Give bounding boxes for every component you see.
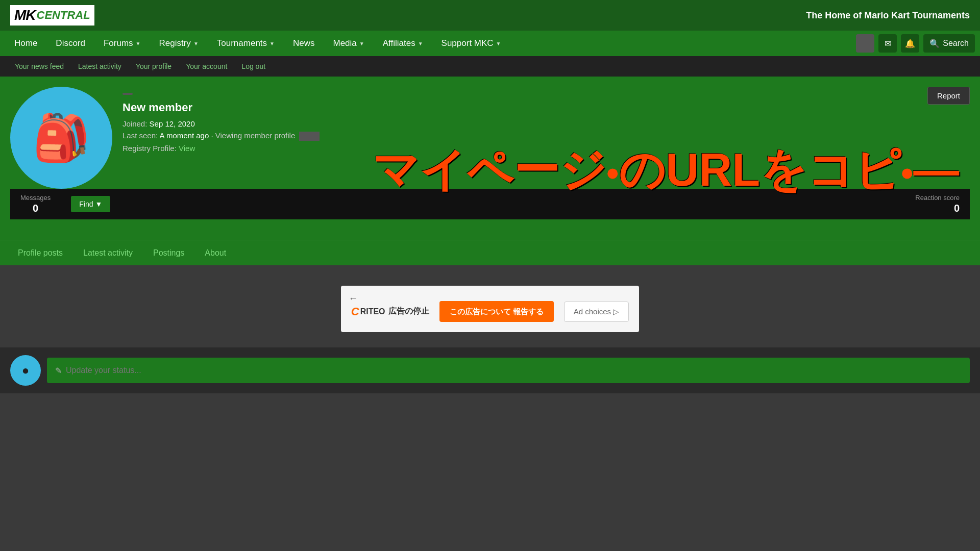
nav-messages-icon[interactable]: ✉ (878, 34, 897, 53)
ad-back-arrow[interactable]: ← (349, 293, 358, 304)
ad-section: ← C RITEO 広告の停止 この広告について 報告する Ad choices… (341, 286, 640, 332)
subnav-profile[interactable]: Your profile (129, 56, 179, 77)
nav-news[interactable]: News (284, 31, 324, 56)
search-label: Search (943, 39, 969, 48)
site-tagline: The Home of Mario Kart Tournaments (806, 10, 970, 21)
nav-media[interactable]: Media ▼ (324, 31, 373, 56)
profile-section: Report 🎒 New member Joined: Sep 12, 2020… (0, 77, 980, 240)
tab-profile-posts[interactable]: Profile posts (8, 240, 73, 266)
profile-stats-bar: Messages 0 Find ▼ Reaction score 0 (10, 189, 970, 219)
criteo-c: C (351, 305, 359, 318)
criteo-stop-text: 広告の停止 (388, 306, 429, 317)
messages-value: 0 (20, 203, 51, 214)
media-chevron: ▼ (359, 41, 364, 46)
ad-choices-button[interactable]: Ad choices ▷ (564, 302, 629, 322)
top-nav-bar: MK CENTRAL The Home of Mario Kart Tourna… (0, 0, 980, 31)
logo-central: CENTRAL (37, 9, 90, 22)
subnav-logout[interactable]: Log out (234, 56, 273, 77)
avatar-icon: 🎒 (33, 111, 90, 165)
profile-top: 🎒 New member Joined: Sep 12, 2020 Last s… (10, 87, 970, 189)
profile-registry: Registry Profile: View (122, 144, 970, 153)
reaction-label: Reaction score (915, 194, 960, 202)
nav-registry[interactable]: Registry ▼ (150, 31, 208, 56)
nav-tournaments[interactable]: Tournaments ▼ (208, 31, 284, 56)
status-input-wrapper[interactable]: ✎ (47, 358, 970, 383)
find-button[interactable]: Find ▼ (71, 196, 110, 212)
messages-label: Messages (20, 194, 51, 202)
profile-avatar: 🎒 (10, 87, 112, 189)
joined-label: Joined: (122, 119, 147, 128)
reaction-stat: Reaction score 0 (915, 194, 960, 214)
viewing-text: · Viewing member profile (211, 131, 295, 140)
report-button[interactable]: Report (927, 87, 970, 105)
ad-wrapper: ← C RITEO 広告の停止 この広告について 報告する Ad choices… (0, 265, 980, 347)
registry-view-link[interactable]: View (179, 144, 195, 153)
subnav-latest-activity[interactable]: Latest activity (71, 56, 129, 77)
status-avatar-icon: ● (22, 363, 30, 378)
forums-chevron: ▼ (136, 41, 141, 46)
affiliates-chevron: ▼ (418, 41, 423, 46)
nav-home[interactable]: Home (5, 31, 46, 56)
sub-nav: Your news feed Latest activity Your prof… (0, 56, 980, 77)
pencil-icon: ✎ (55, 366, 62, 375)
subnav-account[interactable]: Your account (179, 56, 234, 77)
nav-discord[interactable]: Discord (46, 31, 94, 56)
ad-content: C RITEO 広告の停止 この広告について 報告する Ad choices ▷ (351, 301, 629, 322)
nav-affiliates[interactable]: Affiliates ▼ (374, 31, 432, 56)
status-avatar: ● (10, 355, 41, 386)
lastseen-label: Last seen: (122, 131, 158, 140)
find-label: Find (79, 200, 93, 208)
messages-stat: Messages 0 (20, 194, 51, 214)
reaction-value: 0 (915, 203, 960, 214)
tab-latest-activity[interactable]: Latest activity (73, 240, 143, 266)
nav-right-items: ✉ 🔔 🔍 Search (856, 34, 975, 53)
status-section: ● ✎ (0, 347, 980, 393)
profile-username-tag (122, 93, 133, 95)
registry-chevron: ▼ (193, 41, 199, 46)
subnav-newsfeed[interactable]: Your news feed (8, 56, 71, 77)
site-logo[interactable]: MK CENTRAL (10, 5, 94, 26)
ad-report-button[interactable]: この広告について 報告する (439, 301, 554, 322)
criteo-name: RITEO (360, 307, 385, 316)
support-chevron: ▼ (496, 41, 501, 46)
tournaments-chevron: ▼ (270, 41, 275, 46)
nav-notifications-icon[interactable]: 🔔 (901, 34, 919, 53)
registry-label: Registry Profile: (122, 144, 177, 153)
profile-role: New member (122, 101, 970, 114)
profile-joined: Joined: Sep 12, 2020 (122, 119, 970, 128)
nav-forums[interactable]: Forums ▼ (94, 31, 150, 56)
main-nav: Home Discord Forums ▼ Registry ▼ Tournam… (0, 31, 980, 56)
tab-about[interactable]: About (194, 240, 236, 266)
joined-date: Sep 12, 2020 (150, 119, 195, 128)
nav-support[interactable]: Support MKC ▼ (432, 31, 510, 56)
lastseen-value: A moment ago (160, 131, 209, 140)
nav-user-avatar[interactable] (856, 34, 874, 53)
profile-lastseen: Last seen: A moment ago · Viewing member… (122, 131, 970, 141)
criteo-brand: C RITEO 広告の停止 (351, 305, 429, 318)
profile-tabs: Profile posts Latest activity Postings A… (0, 240, 980, 265)
tab-postings[interactable]: Postings (143, 240, 194, 266)
nav-search-btn[interactable]: 🔍 Search (923, 34, 975, 53)
logo-box: MK CENTRAL (10, 5, 94, 26)
viewing-badge (299, 132, 320, 141)
profile-info: New member Joined: Sep 12, 2020 Last see… (122, 87, 970, 156)
nav-left-items: Home Discord Forums ▼ Registry ▼ Tournam… (5, 31, 510, 56)
status-text-input[interactable] (66, 366, 962, 375)
find-chevron: ▼ (95, 200, 102, 208)
search-icon: 🔍 (929, 39, 940, 48)
logo-mk: MK (14, 7, 36, 23)
